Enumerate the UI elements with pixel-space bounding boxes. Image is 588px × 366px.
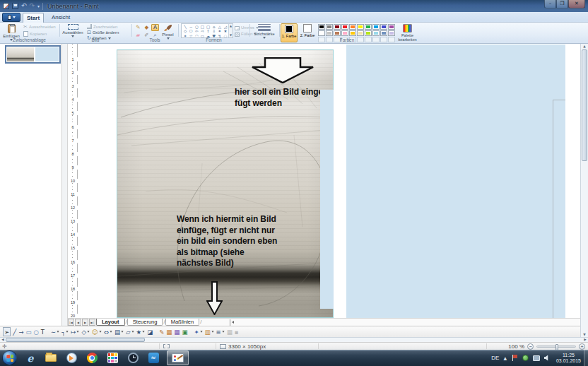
color-swatch[interactable] <box>326 30 333 36</box>
color-swatch[interactable] <box>318 24 325 30</box>
save-icon[interactable] <box>12 3 18 9</box>
edit-palette-button[interactable]: Palette bearbeiten <box>398 23 417 42</box>
date-text: 03.01.2015 <box>556 358 581 363</box>
show-desktop-button[interactable] <box>584 350 588 366</box>
messenger-icon: ≈ <box>148 353 159 363</box>
customize-quick-access-icon[interactable]: ▾ <box>37 4 40 8</box>
layer-tab-layout: Layout <box>96 319 125 326</box>
ruler-number: 4 <box>68 98 78 102</box>
ruler-number: 8 <box>68 152 78 156</box>
taskbar-paint-active[interactable] <box>167 350 189 365</box>
resize-button[interactable]: ⊡ Größe ändern <box>87 30 119 35</box>
cut-button[interactable]: ✂ Ausschneiden <box>23 25 56 30</box>
taskbar-media-player[interactable] <box>63 350 80 365</box>
text-tool[interactable]: A <box>151 24 159 31</box>
scroll-down-icon[interactable]: ▼ <box>581 332 588 337</box>
color1-swatch <box>285 25 293 33</box>
vertical-scrollbar[interactable]: ▲ ▼ <box>580 44 588 337</box>
window-controls: – ❐ ✕ <box>544 0 585 8</box>
stroke-width-button[interactable]: Strichstärke <box>252 23 276 39</box>
network-icon[interactable] <box>532 354 540 362</box>
resize-icon: ⊡ <box>87 30 91 35</box>
ruler-number: 15 <box>68 246 78 250</box>
color-swatch[interactable] <box>357 30 364 36</box>
zoom-slider[interactable] <box>536 346 576 348</box>
zoom-out-button[interactable]: − <box>527 343 534 350</box>
flowchart-icon: ▤ <box>114 327 124 336</box>
paint-canvas[interactable]: 1234567891011121314151617181920 <box>0 44 588 337</box>
speaker-icon[interactable] <box>543 354 551 362</box>
taskbar-internet-explorer[interactable]: e <box>22 350 39 365</box>
ruler-number: 11 <box>68 192 78 196</box>
redo-icon[interactable]: ↷ <box>30 3 35 9</box>
select-button[interactable]: Auswählen <box>61 23 84 37</box>
arrange-icon: ▥ <box>205 327 214 336</box>
color1-button[interactable]: 1. Farbe <box>281 23 298 42</box>
scroll-up-icon[interactable]: ▲ <box>581 44 588 49</box>
screenshot-drawing-toolbar: ➢╱→▭○T∼┐↦◇☺⇔▤▱★◪✎▦▦▣✦▥≡▦▪ <box>0 326 588 337</box>
tab-ansicht[interactable]: Ansicht <box>47 13 75 23</box>
annotation-text-2: Wenn ich hiermit ein Bild einfüge, fügt … <box>177 214 290 269</box>
arrow-end-icon: ↦ <box>71 327 79 336</box>
taskbar-windows-explorer[interactable] <box>42 350 59 365</box>
start-button[interactable] <box>2 350 17 365</box>
color-swatch[interactable] <box>341 30 348 36</box>
color-swatch[interactable] <box>357 24 364 30</box>
thumbnail-page-part <box>35 47 59 61</box>
shapes-scrollbar[interactable]: ▲ ▼ <box>228 24 233 37</box>
action-center-flag-icon[interactable] <box>511 354 519 362</box>
paint-app-icon[interactable] <box>3 3 9 9</box>
clock[interactable]: 11:25 03.01.2015 <box>555 353 582 364</box>
undo-icon[interactable]: ↶ <box>21 3 27 9</box>
tab-start[interactable]: Start <box>23 13 44 23</box>
color-swatch[interactable] <box>326 24 333 30</box>
color-grid-icon <box>107 353 118 363</box>
paint-menu-button[interactable] <box>2 13 20 22</box>
color-swatch[interactable] <box>365 24 372 30</box>
zoom-in-button[interactable]: + <box>579 343 585 350</box>
empty-color-slot[interactable] <box>388 37 395 42</box>
color-swatch[interactable] <box>380 24 387 30</box>
crop-button[interactable]: Zuschneiden <box>87 25 117 30</box>
color-swatch[interactable] <box>341 24 348 30</box>
color-swatch[interactable] <box>365 30 372 36</box>
copy-button[interactable]: Kopieren <box>23 31 47 37</box>
pencil-tool[interactable]: ✎ <box>134 24 142 31</box>
color-swatch[interactable] <box>349 30 356 36</box>
chrome-icon <box>87 353 98 363</box>
color-swatch[interactable] <box>334 24 341 30</box>
close-button[interactable]: ✕ <box>568 0 585 8</box>
callouts-icon: ▱ <box>126 327 134 336</box>
color-swatch[interactable] <box>349 24 356 30</box>
color-swatch[interactable] <box>372 24 380 30</box>
color-swatch[interactable] <box>334 30 341 36</box>
group-image: Auswählen Zuschneiden ⊡ Größe ändern ↻ D… <box>60 23 131 43</box>
maximize-button[interactable]: ❐ <box>556 0 568 8</box>
taskbar-messenger[interactable]: ≈ <box>145 350 162 365</box>
color-swatch[interactable] <box>372 30 380 36</box>
horizontal-scrollbar[interactable]: ◀ ▶ <box>0 337 588 342</box>
picture-icon: ▦ <box>166 327 172 336</box>
taskbar-chrome[interactable] <box>83 350 100 365</box>
color-swatch[interactable] <box>388 30 395 36</box>
page-edge-line <box>553 100 565 100</box>
clock-app-icon <box>128 353 139 363</box>
taskbar-color-grid-app[interactable] <box>104 350 121 365</box>
color-swatch[interactable] <box>388 24 395 30</box>
media-player-icon <box>66 353 77 363</box>
selection-size-indicator <box>163 343 170 350</box>
vertical-scroll-thumb[interactable] <box>582 49 587 161</box>
taskbar-clock-app[interactable] <box>124 350 141 365</box>
paint-icon <box>172 353 184 362</box>
ruler-number: 17 <box>68 273 78 278</box>
color-swatch[interactable] <box>318 30 325 36</box>
fill-tool[interactable]: ◆ <box>143 24 151 31</box>
minimize-button[interactable]: – <box>544 0 556 8</box>
hidden-icons-chevron-icon[interactable]: ▲ <box>503 355 507 360</box>
group-label: Farben <box>308 37 386 42</box>
connector-icon: ┐ <box>61 327 69 336</box>
update-status-icon[interactable] <box>522 354 529 362</box>
language-indicator[interactable]: DE <box>491 355 499 361</box>
image-size-text: 3360 × 1050px <box>228 343 266 350</box>
color-swatch[interactable] <box>380 30 387 36</box>
